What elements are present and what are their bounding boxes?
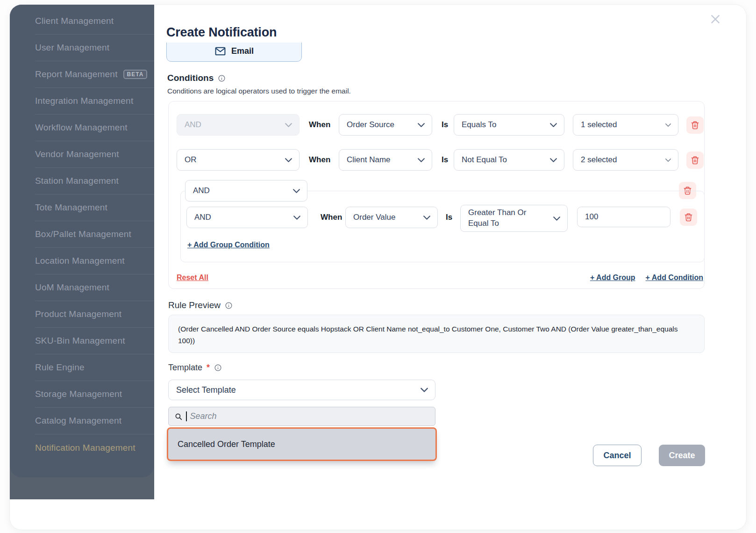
add-group-link[interactable]: + Add Group [590, 274, 635, 282]
cancel-button[interactable]: Cancel [593, 445, 642, 466]
chevron-down-icon [417, 158, 425, 163]
value-text: 2 selected [581, 155, 617, 165]
is-label: Is [442, 149, 448, 171]
sidebar-item-storage-management[interactable]: Storage Management [35, 381, 154, 408]
sidebar-item-user-management[interactable]: User Management [35, 35, 154, 61]
sidebar-item-tote-management[interactable]: Tote Management [35, 194, 154, 221]
search-input[interactable] [190, 411, 435, 421]
conditions-section-label: Conditions [167, 73, 226, 83]
sidebar-item-notification-management[interactable]: Notification Management [35, 434, 154, 461]
logic-operator-select[interactable]: OR [177, 149, 300, 171]
logic-operator-value: AND [194, 213, 211, 222]
logic-operator-select[interactable]: AND [177, 114, 300, 136]
field-select[interactable]: Order Source [339, 114, 432, 136]
chevron-down-icon [285, 122, 292, 128]
rule-preview-text: (Order Cancelled AND Order Source equals… [168, 315, 705, 353]
field-value: Order Value [353, 213, 395, 222]
group-operator-value: AND [193, 186, 210, 195]
value-multiselect[interactable]: 2 selected [573, 149, 678, 171]
template-label-text: Template [168, 363, 202, 373]
chevron-down-icon [553, 216, 561, 221]
logic-operator-select[interactable]: AND [186, 207, 308, 228]
sidebar-item-label: Catalog Management [35, 416, 121, 426]
sidebar-item-label: Integration Management [35, 96, 133, 106]
sidebar-item-rule-engine[interactable]: Rule Engine [35, 354, 154, 381]
sidebar-item-client-management[interactable]: Client Management [35, 8, 154, 35]
when-label: When [309, 114, 330, 136]
trash-icon [684, 213, 693, 222]
sidebar-item-label: SKU-Bin Management [35, 336, 125, 346]
sidebar-item-label: Storage Management [35, 389, 122, 399]
search-icon [174, 412, 183, 421]
conditions-builder: AND When Order Source Is Equals To 1 sel… [168, 101, 705, 289]
sidebar-item-label: Product Management [35, 309, 121, 319]
reset-all-link[interactable]: Reset All [177, 274, 208, 282]
sidebar-item-catalog-management[interactable]: Catalog Management [35, 408, 154, 434]
delete-condition-button[interactable] [680, 209, 697, 226]
template-option-cancelled-order[interactable]: Cancelled Order Template [167, 427, 437, 461]
delete-condition-button[interactable] [686, 116, 704, 134]
chevron-down-icon [417, 122, 425, 128]
chevron-down-icon [293, 215, 301, 220]
comparator-select[interactable]: Equals To [454, 114, 564, 136]
field-select[interactable]: Order Value [345, 207, 438, 228]
conditions-label-text: Conditions [167, 73, 214, 83]
add-group-condition-link[interactable]: + Add Group Condition [187, 241, 270, 249]
sidebar-item-label: Box/Pallet Management [35, 229, 131, 239]
sidebar-item-box-pallet-management[interactable]: Box/Pallet Management [35, 221, 154, 248]
channel-chip-wrap: Email [166, 43, 302, 62]
screenshot-root: Client Management User Management Report… [0, 0, 756, 533]
sidebar-item-label: User Management [35, 43, 109, 53]
value-input[interactable] [577, 207, 670, 227]
info-icon [214, 364, 222, 372]
is-label: Is [442, 114, 448, 136]
template-select[interactable]: Select Template [168, 380, 435, 400]
create-button[interactable]: Create [659, 445, 705, 466]
sidebar-item-integration-management[interactable]: Integration Management [35, 88, 154, 115]
when-label: When [309, 149, 330, 171]
page-title: Create Notification [166, 25, 277, 40]
sidebar-item-label: Notification Management [35, 443, 136, 453]
comparator-select[interactable]: Not Equal To [454, 149, 564, 171]
sidebar-item-uom-management[interactable]: UoM Management [35, 274, 154, 301]
comparator-value: Equals To [462, 120, 496, 130]
close-icon[interactable] [708, 12, 722, 26]
chevron-down-icon [665, 158, 671, 163]
field-select[interactable]: Client Name [339, 149, 432, 171]
chevron-down-icon [549, 122, 557, 128]
sidebar-item-label: Report Management [35, 69, 118, 79]
rule-preview-label-text: Rule Preview [168, 300, 221, 310]
sidebar-item-workflow-management[interactable]: Workflow Management [35, 115, 154, 141]
comparator-select[interactable]: Greater Than Or Equal To [460, 205, 568, 232]
group-logic-operator-select[interactable]: AND [185, 180, 307, 202]
value-multiselect[interactable]: 1 selected [573, 114, 678, 136]
sidebar-item-label: Workflow Management [35, 122, 128, 133]
chevron-down-icon [665, 122, 671, 128]
is-label: Is [446, 207, 452, 228]
info-icon [218, 74, 226, 82]
sidebar-item-product-management[interactable]: Product Management [35, 301, 154, 328]
required-asterisk: * [207, 363, 210, 373]
sidebar: Client Management User Management Report… [10, 5, 154, 477]
create-notification-modal: Create Notification Email Conditions Con… [154, 5, 746, 530]
sidebar-item-station-management[interactable]: Station Management [35, 168, 154, 194]
value-text: 1 selected [581, 120, 617, 130]
chevron-down-icon [549, 158, 557, 163]
sidebar-item-label: Vendor Management [35, 149, 119, 159]
sidebar-item-sku-bin-management[interactable]: SKU-Bin Management [35, 328, 154, 354]
app-window: Client Management User Management Report… [9, 4, 747, 530]
sidebar-item-vendor-management[interactable]: Vendor Management [35, 141, 154, 168]
sidebar-item-label: Rule Engine [35, 362, 85, 373]
email-channel-button[interactable]: Email [166, 43, 302, 62]
delete-condition-button[interactable] [686, 151, 704, 169]
chevron-down-icon [292, 188, 300, 194]
sidebar-item-label: Tote Management [35, 202, 107, 213]
sidebar-item-report-management[interactable]: Report Management BETA [35, 61, 154, 88]
dimmed-page-background: Client Management User Management Report… [10, 5, 154, 499]
sidebar-item-label: UoM Management [35, 282, 109, 293]
add-condition-link[interactable]: + Add Condition [646, 274, 703, 282]
info-icon [225, 302, 233, 310]
sidebar-item-location-management[interactable]: Location Management [35, 248, 154, 274]
rule-preview-label: Rule Preview [168, 300, 233, 310]
logic-operator-value: AND [185, 120, 201, 130]
